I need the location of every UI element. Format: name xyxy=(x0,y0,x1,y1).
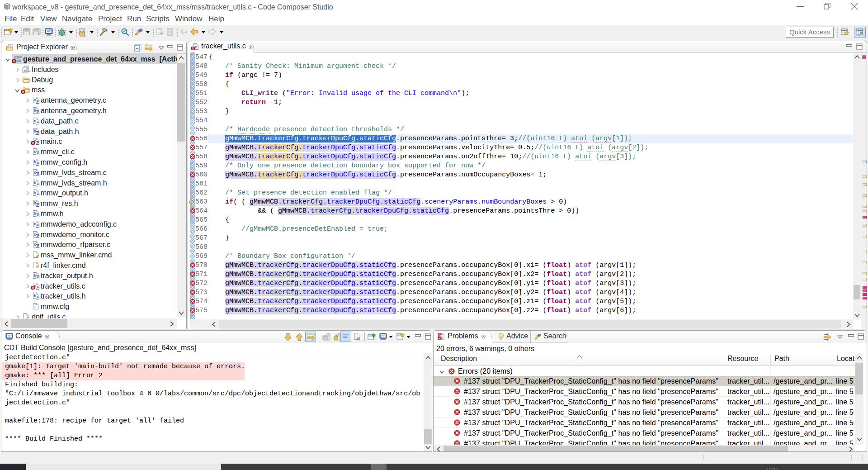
svg-text:c: c xyxy=(195,45,198,50)
